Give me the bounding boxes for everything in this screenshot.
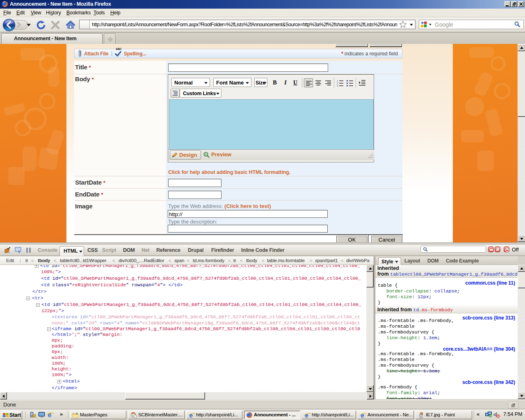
- svg-text:s: s: [134, 415, 135, 418]
- svg-text:e: e: [305, 412, 309, 419]
- svg-text:e: e: [48, 411, 52, 418]
- svg-text:e: e: [361, 412, 365, 419]
- svg-text:e: e: [189, 412, 193, 419]
- svg-text:3: 3: [337, 84, 338, 87]
